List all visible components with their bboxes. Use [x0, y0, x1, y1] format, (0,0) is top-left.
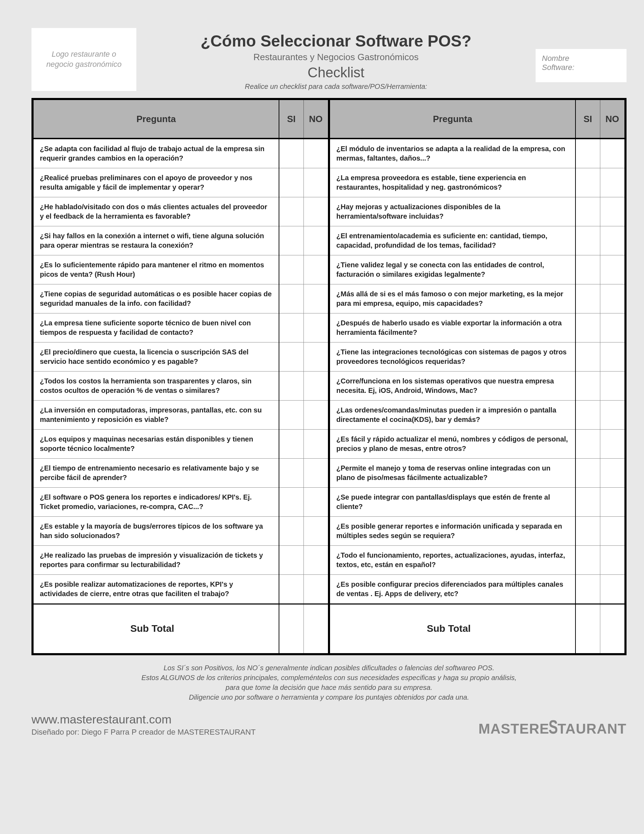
no-cell[interactable]	[600, 168, 625, 197]
table-row: ¿Después de haberlo usado es viable expo…	[330, 314, 625, 343]
question-cell: ¿La empresa proveedora es estable, tiene…	[330, 168, 575, 197]
no-cell[interactable]	[303, 314, 328, 343]
si-cell[interactable]	[575, 226, 600, 255]
no-cell[interactable]	[303, 372, 328, 401]
no-cell[interactable]	[600, 575, 625, 604]
question-cell: ¿He hablado/visitado con dos o más clien…	[34, 197, 279, 226]
question-cell: ¿Todo el funcionamiento, reportes, actua…	[330, 546, 575, 575]
no-cell[interactable]	[303, 401, 328, 430]
no-cell[interactable]	[303, 546, 328, 575]
no-cell[interactable]	[303, 284, 328, 314]
no-cell[interactable]	[303, 488, 328, 517]
si-cell[interactable]	[279, 197, 303, 226]
si-cell[interactable]	[575, 343, 600, 372]
si-cell[interactable]	[575, 546, 600, 575]
no-cell[interactable]	[600, 546, 625, 575]
no-cell[interactable]	[600, 430, 625, 459]
no-cell[interactable]	[303, 575, 328, 604]
software-name-box[interactable]: Nombre Software:	[536, 49, 626, 82]
table-row: ¿Hay mejoras y actualizaciones disponibl…	[330, 197, 625, 226]
si-cell[interactable]	[575, 575, 600, 604]
si-cell[interactable]	[575, 401, 600, 430]
no-cell[interactable]	[303, 343, 328, 372]
footnote-line: Los SI´s son Positivos, los NO´s general…	[31, 663, 626, 673]
si-cell[interactable]	[279, 517, 303, 546]
no-cell[interactable]	[303, 197, 328, 226]
brand-text-post: TAURANT	[558, 721, 626, 737]
no-cell[interactable]	[600, 488, 625, 517]
page-subtitle-3: Realice un checklist para cada software/…	[147, 82, 525, 91]
question-cell: ¿Hay mejoras y actualizaciones disponibl…	[330, 197, 575, 226]
si-cell[interactable]	[279, 546, 303, 575]
no-cell[interactable]	[600, 314, 625, 343]
si-cell[interactable]	[279, 168, 303, 197]
subtotal-si[interactable]	[575, 604, 600, 653]
no-cell[interactable]	[600, 401, 625, 430]
subtotal-no[interactable]	[303, 604, 328, 653]
header: Logo restaurante o negocio gastronómico …	[31, 28, 626, 91]
question-cell: ¿Los equipos y maquinas necesarias están…	[34, 430, 279, 459]
si-cell[interactable]	[279, 430, 303, 459]
no-cell[interactable]	[600, 255, 625, 284]
no-cell[interactable]	[303, 139, 328, 168]
si-cell[interactable]	[279, 284, 303, 314]
no-cell[interactable]	[600, 226, 625, 255]
no-cell[interactable]	[303, 255, 328, 284]
table-row: ¿Es posible generar reportes e informaci…	[330, 517, 625, 546]
subtotal-label: Sub Total	[34, 604, 279, 653]
si-cell[interactable]	[575, 517, 600, 546]
col-header-si: SI	[575, 100, 600, 139]
si-cell[interactable]	[279, 488, 303, 517]
no-cell[interactable]	[600, 139, 625, 168]
question-cell: ¿Tiene copias de seguridad automáticas o…	[34, 284, 279, 314]
no-cell[interactable]	[600, 343, 625, 372]
subtotal-row: Sub Total	[34, 604, 328, 653]
si-cell[interactable]	[279, 314, 303, 343]
no-cell[interactable]	[600, 517, 625, 546]
no-cell[interactable]	[600, 284, 625, 314]
no-cell[interactable]	[600, 459, 625, 488]
no-cell[interactable]	[303, 459, 328, 488]
footnote-line: Diligencie uno por software o herramient…	[31, 692, 626, 702]
si-cell[interactable]	[575, 372, 600, 401]
si-cell[interactable]	[279, 459, 303, 488]
si-cell[interactable]	[279, 372, 303, 401]
table-row: ¿El entrenamiento/academia es suficiente…	[330, 226, 625, 255]
si-cell[interactable]	[575, 314, 600, 343]
question-cell: ¿Tiene validez legal y se conecta con la…	[330, 255, 575, 284]
no-cell[interactable]	[303, 517, 328, 546]
table-row: ¿El precio/dinero que cuesta, la licenci…	[34, 343, 328, 372]
col-header-question: Pregunta	[330, 100, 575, 139]
no-cell[interactable]	[600, 372, 625, 401]
col-header-question: Pregunta	[34, 100, 279, 139]
table-row: ¿El tiempo de entrenamiento necesario es…	[34, 459, 328, 488]
table-row: ¿Tiene las integraciones tecnológicas co…	[330, 343, 625, 372]
si-cell[interactable]	[279, 401, 303, 430]
si-cell[interactable]	[575, 430, 600, 459]
subtotal-si[interactable]	[279, 604, 303, 653]
si-cell[interactable]	[279, 139, 303, 168]
page-subtitle-2: Checklist	[147, 65, 525, 81]
si-cell[interactable]	[575, 255, 600, 284]
no-cell[interactable]	[303, 226, 328, 255]
si-cell[interactable]	[279, 343, 303, 372]
question-cell: ¿Es posible realizar automatizaciones de…	[34, 575, 279, 604]
no-cell[interactable]	[303, 168, 328, 197]
question-cell: ¿El entrenamiento/academia es suficiente…	[330, 226, 575, 255]
no-cell[interactable]	[303, 430, 328, 459]
si-cell[interactable]	[575, 168, 600, 197]
si-cell[interactable]	[279, 255, 303, 284]
si-cell[interactable]	[279, 575, 303, 604]
si-cell[interactable]	[575, 459, 600, 488]
question-cell: ¿Se puede integrar con pantallas/display…	[330, 488, 575, 517]
subtotal-no[interactable]	[600, 604, 625, 653]
table-row: ¿Realicé pruebas preliminares con el apo…	[34, 168, 328, 197]
question-cell: ¿La inversión en computadoras, impresora…	[34, 401, 279, 430]
si-cell[interactable]	[279, 226, 303, 255]
question-cell: ¿El software o POS genera los reportes e…	[34, 488, 279, 517]
si-cell[interactable]	[575, 488, 600, 517]
si-cell[interactable]	[575, 284, 600, 314]
no-cell[interactable]	[600, 197, 625, 226]
si-cell[interactable]	[575, 197, 600, 226]
si-cell[interactable]	[575, 139, 600, 168]
